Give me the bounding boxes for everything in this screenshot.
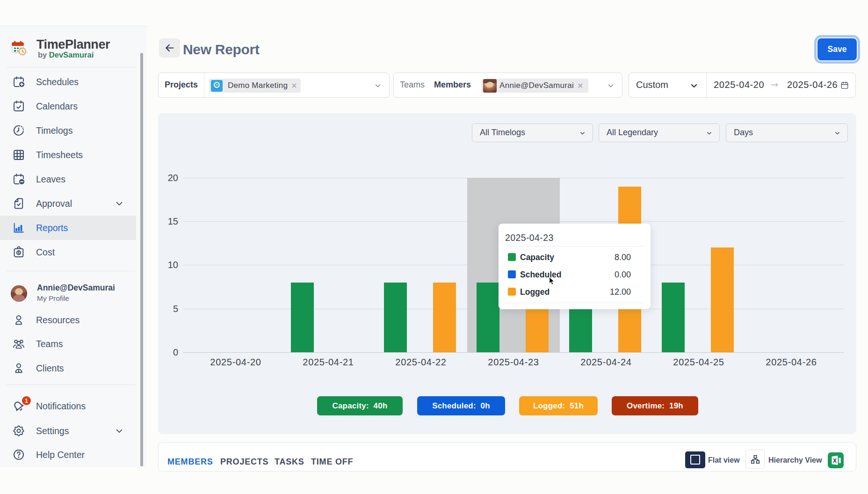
svg-text:$: $ xyxy=(18,250,20,255)
svg-text:X: X xyxy=(833,458,837,464)
